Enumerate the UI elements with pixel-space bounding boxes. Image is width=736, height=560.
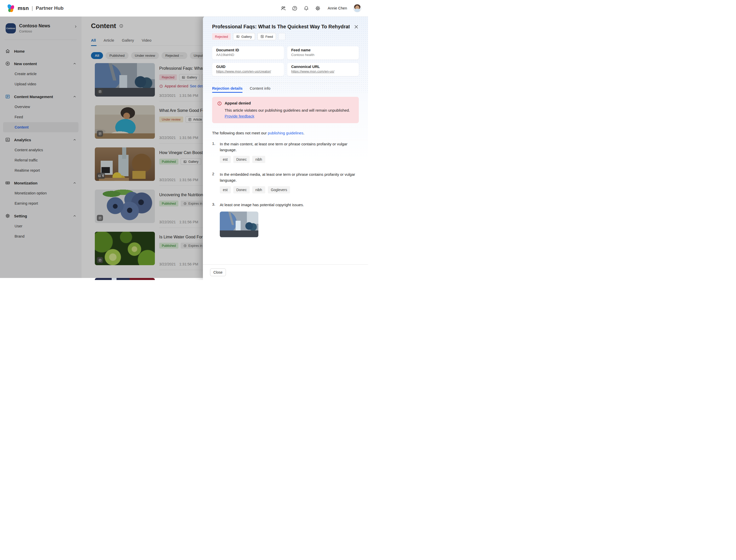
term-chip: Donec [233, 186, 250, 193]
item-thumbnail-partial [95, 278, 155, 280]
term-chip: est [220, 186, 231, 193]
status-badge: Rejected [212, 33, 231, 40]
field-label: GUID [216, 65, 280, 69]
product-name: Partner Hub [36, 5, 64, 11]
provide-feedback-link[interactable]: Provide feedback [225, 114, 254, 118]
guid-link[interactable]: https://www.msn.com/en-us/creator/ [216, 69, 280, 73]
field-label: Document ID [216, 48, 280, 52]
violation-terms: est Donec nibh Goglevers [220, 186, 359, 193]
violation-terms: est Donec nibh [220, 156, 359, 163]
top-header: msn | Partner Hub [0, 0, 368, 17]
term-chip: nibh [252, 156, 265, 163]
guidelines-intro: The following does not meet our publishi… [212, 131, 359, 135]
panel-tabs: Rejection details Content info [212, 86, 359, 93]
copyright-issue-image[interactable] [220, 212, 258, 237]
brand-name: msn [18, 5, 29, 11]
feed-name-card: Feed name Contoso health [287, 46, 359, 60]
term-chip: Donec [233, 156, 250, 163]
term-chip: Goglevers [268, 186, 290, 193]
field-value: Contoso health [291, 53, 355, 57]
term-chip: est [220, 156, 231, 163]
feed-icon [260, 35, 264, 38]
tab-content-info[interactable]: Content info [250, 86, 270, 93]
field-label: Cannonical URL [291, 65, 355, 69]
brand-separator: | [32, 5, 33, 11]
help-icon[interactable] [292, 6, 297, 11]
violation-text: In the embedded media, at least one term… [220, 172, 359, 183]
appeal-denied-alert: Appeal denied This article violates our … [212, 97, 359, 123]
violation-number: 1. [212, 141, 220, 153]
canonical-url-link[interactable]: https://www.msn.com/en-us/ [291, 69, 355, 73]
violation-item: 2 In the embedded media, at least one te… [212, 172, 359, 183]
violation-text: In the main content, at least one term o… [220, 141, 359, 153]
violation-number: 2 [212, 172, 220, 183]
header-actions: Annie Chen [280, 4, 361, 12]
alert-icon [217, 101, 222, 106]
publishing-guidelines-link[interactable]: publishing guidelines [268, 131, 303, 135]
tab-rejection-details[interactable]: Rejection details [212, 86, 242, 93]
document-info-cards: Document ID AA19lahND Feed name Contoso … [212, 46, 359, 76]
violation-text: At least one image has potential copyrig… [220, 202, 304, 208]
guid-card: GUID https://www.msn.com/en-us/creator/ [212, 63, 284, 76]
user-avatar[interactable] [353, 4, 361, 12]
panel-divider [212, 83, 359, 83]
empty-badge [278, 33, 285, 40]
alert-body: This article violates our publishing gui… [225, 108, 354, 119]
support-contact-icon[interactable] [280, 6, 286, 11]
violation-item: 1. In the main content, at least one ter… [212, 141, 359, 153]
close-icon[interactable] [354, 24, 359, 29]
panel-badges: Rejected Gallery Feed [212, 33, 359, 40]
rejection-detail-panel: Professional Faqs: What Is The Quickest … [203, 16, 368, 280]
close-button[interactable]: Close [210, 269, 226, 276]
field-label: Feed name [291, 48, 355, 52]
violation-number: 3. [212, 202, 220, 208]
document-id-card: Document ID AA19lahND [212, 46, 284, 60]
violation-item: 3. At least one image has potential copy… [212, 202, 359, 208]
msn-butterfly-icon [7, 4, 15, 12]
term-chip: nibh [252, 186, 265, 193]
msn-logo[interactable]: msn | Partner Hub [7, 4, 64, 12]
type-badge: Gallery [233, 33, 255, 40]
canonical-url-card: Cannonical URL https://www.msn.com/en-us… [287, 63, 359, 76]
panel-footer: Close [203, 264, 368, 280]
user-name[interactable]: Annie Chen [327, 6, 347, 10]
notifications-bell-icon[interactable] [303, 6, 309, 11]
field-value: AA19lahND [216, 53, 280, 57]
alert-title: Appeal denied [225, 101, 354, 105]
settings-gear-icon[interactable] [315, 6, 320, 11]
partner-hub-app: msn | Partner Hub [0, 0, 368, 280]
panel-title: Professional Faqs: What Is The Quickest … [212, 24, 349, 30]
gallery-icon [236, 35, 240, 38]
feed-badge: Feed [257, 33, 276, 40]
